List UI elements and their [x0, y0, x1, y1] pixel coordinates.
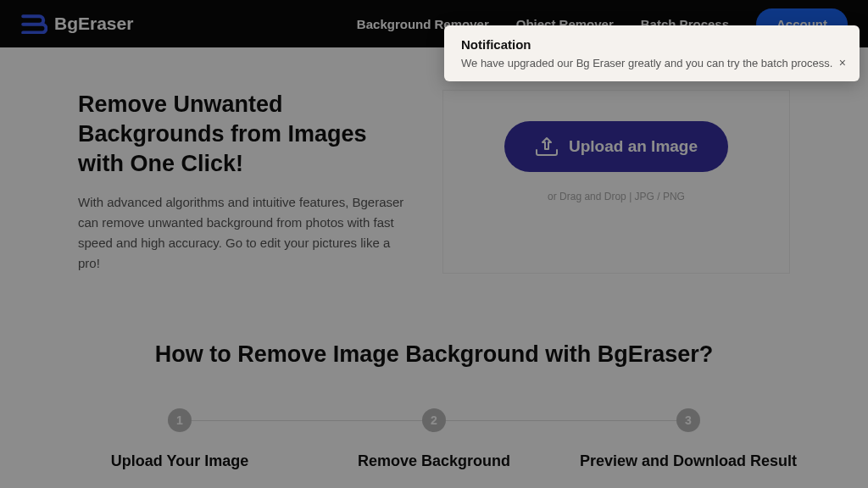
steps-container: 1 Upload Your Image 2 Remove Background …: [53, 408, 815, 470]
hero-subtext: With advanced algorithms and intuitive f…: [78, 192, 409, 274]
step-number: 1: [168, 408, 192, 432]
step-title: Upload Your Image: [53, 452, 307, 470]
step-number: 2: [422, 408, 446, 432]
hero-heading: Remove Unwanted Backgrounds from Images …: [78, 90, 409, 179]
step-title: Preview and Download Result: [561, 452, 815, 470]
upload-button[interactable]: Upload an Image: [504, 121, 728, 172]
notification-title: Notification: [461, 37, 843, 52]
step-title: Remove Background: [307, 452, 561, 470]
notification-toast: Notification We have upgraded our Bg Era…: [444, 25, 860, 81]
upload-button-label: Upload an Image: [569, 137, 698, 156]
notification-body: We have upgraded our Bg Eraser greatly a…: [461, 57, 843, 69]
upload-icon: [535, 136, 559, 157]
step-2: 2 Remove Background: [307, 408, 561, 470]
close-icon[interactable]: ×: [839, 56, 846, 69]
howto-section: How to Remove Image Background with BgEr…: [0, 274, 868, 470]
step-1: 1 Upload Your Image: [53, 408, 307, 470]
step-number: 3: [676, 408, 700, 432]
step-3: 3 Preview and Download Result: [561, 408, 815, 470]
logo-icon: [20, 14, 47, 34]
upload-card[interactable]: Upload an Image or Drag and Drop | JPG /…: [442, 90, 790, 274]
howto-heading: How to Remove Image Background with BgEr…: [34, 341, 834, 368]
logo-text: BgEraser: [54, 14, 133, 34]
hero-copy: Remove Unwanted Backgrounds from Images …: [78, 90, 409, 274]
logo[interactable]: BgEraser: [20, 14, 133, 34]
hero-section: Remove Unwanted Backgrounds from Images …: [0, 47, 868, 274]
drag-drop-hint: or Drag and Drop | JPG / PNG: [460, 191, 772, 202]
